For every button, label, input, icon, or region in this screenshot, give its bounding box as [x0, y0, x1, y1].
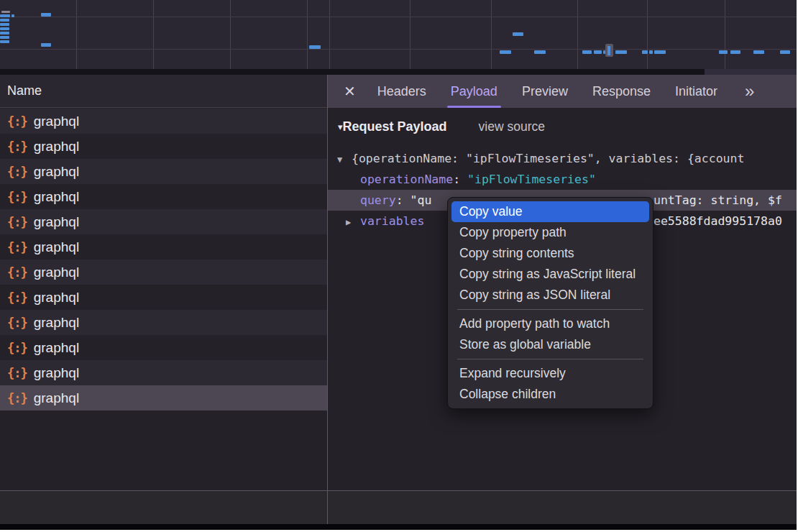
selected-request-marker-bar [607, 46, 610, 55]
request-row[interactable]: {:}graphql [0, 209, 327, 234]
context-menu: Copy valueCopy property pathCopy string … [447, 197, 653, 409]
request-timing-bar [642, 50, 648, 54]
fetch-xhr-icon: {:} [7, 265, 27, 280]
request-timing-bar [500, 50, 511, 54]
fetch-xhr-icon: {:} [7, 391, 27, 405]
request-name: graphql [34, 139, 79, 155]
timeline-lane-line [0, 49, 797, 50]
request-name: graphql [34, 265, 79, 280]
request-row[interactable]: {:}graphql [0, 159, 327, 184]
request-row[interactable]: {:}graphql [0, 385, 327, 411]
request-timing-bar [0, 32, 9, 35]
request-timing-bar [649, 50, 653, 54]
timeline-gridline [577, 0, 578, 69]
request-row[interactable]: {:}graphql [0, 360, 327, 385]
menu-item-expand-recursively[interactable]: Expand recursively [448, 363, 653, 384]
request-payload-section: ▾Request Payloadview source [338, 119, 545, 134]
more-tabs-icon[interactable]: » [745, 75, 754, 108]
fetch-xhr-icon: {:} [7, 290, 27, 305]
tab-strip: HeadersPayloadPreviewResponseInitiator [377, 75, 742, 108]
property-value-left-fragment: "qu [411, 193, 432, 207]
request-row[interactable]: {:}graphql [0, 184, 327, 209]
tab-initiator[interactable]: Initiator [675, 75, 717, 108]
menu-item-copy-string-contents[interactable]: Copy string contents [448, 243, 653, 264]
request-row[interactable]: {:}graphql [0, 134, 327, 159]
timeline-gridline [410, 0, 411, 69]
menu-divider [457, 359, 643, 359]
property-key: query [360, 193, 396, 207]
request-timing-bar [513, 32, 523, 36]
request-name: graphql [34, 340, 79, 356]
devtools-window: Name {:}graphql{:}graphql{:}graphql{:}gr… [0, 0, 798, 532]
tree-row-summary[interactable]: ▼{operationName: "ipFlowTimeseries", var… [328, 148, 797, 169]
menu-item-copy-string-as-javascript-literal[interactable]: Copy string as JavaScript literal [448, 264, 653, 285]
request-list: {:}graphql{:}graphql{:}graphql{:}graphql… [0, 109, 327, 490]
request-timing-bar [615, 50, 627, 54]
request-row[interactable]: {:}graphql [0, 310, 327, 335]
timeline-gridline [329, 0, 330, 69]
request-timing-bar [730, 50, 740, 54]
request-name: graphql [34, 214, 79, 230]
property-value-right-fragment: untTag: string, $f [653, 190, 782, 211]
fetch-xhr-icon: {:} [7, 366, 27, 380]
timeline-gridline [230, 0, 231, 69]
request-timing-bar [41, 13, 51, 17]
request-timing-bar [309, 45, 321, 49]
timeline-overview[interactable] [0, 0, 797, 69]
request-row[interactable]: {:}graphql [0, 285, 327, 310]
panel-divider[interactable] [327, 75, 328, 524]
request-timing-bar [719, 50, 728, 54]
request-name: graphql [34, 365, 79, 381]
menu-item-collapse-children[interactable]: Collapse children [448, 384, 653, 405]
request-row[interactable]: {:}graphql [0, 234, 327, 260]
request-timing-bar [0, 40, 9, 43]
fetch-xhr-icon: {:} [7, 240, 27, 254]
property-key: variables [360, 214, 424, 228]
timeline-gridline [76, 0, 77, 69]
key-separator: : [453, 173, 467, 186]
request-timing-bar [780, 50, 790, 54]
expanded-arrow-icon[interactable]: ▼ [337, 150, 352, 169]
request-timing-bar [41, 43, 51, 47]
timeline-bottom-band [0, 69, 797, 75]
timeline-gridline [647, 0, 648, 69]
menu-item-store-as-global-variable[interactable]: Store as global variable [448, 334, 653, 355]
menu-item-add-property-path-to-watch[interactable]: Add property path to watch [448, 313, 653, 334]
object-summary: {operationName: "ipFlowTimeseries", vari… [352, 152, 744, 165]
property-key: operationName [360, 173, 453, 186]
request-timing-bar [0, 23, 9, 26]
tab-response[interactable]: Response [592, 75, 651, 108]
fetch-xhr-icon: {:} [7, 316, 27, 330]
tab-payload[interactable]: Payload [451, 75, 497, 108]
request-row[interactable]: {:}graphql [0, 335, 327, 360]
request-name: graphql [34, 290, 79, 306]
menu-item-copy-value[interactable]: Copy value [451, 201, 649, 222]
fetch-xhr-icon: {:} [7, 165, 27, 179]
tab-headers[interactable]: Headers [377, 75, 426, 108]
request-timing-bar [0, 19, 9, 22]
close-icon[interactable]: ✕ [344, 83, 356, 100]
request-name: graphql [34, 164, 79, 180]
tab-preview[interactable]: Preview [522, 75, 568, 108]
tree-row-operation-name[interactable]: operationName: "ipFlowTimeseries" [328, 169, 797, 190]
request-timing-bar [582, 50, 592, 54]
name-column-header[interactable]: Name [0, 75, 327, 108]
summary-footer [0, 491, 797, 524]
active-tab-underline [447, 106, 501, 108]
request-name: graphql [34, 239, 79, 255]
view-source-link[interactable]: view source [479, 119, 545, 134]
timeline-gridline [725, 0, 725, 69]
request-timing-bar [0, 36, 9, 39]
menu-item-copy-string-as-json-literal[interactable]: Copy string as JSON literal [448, 285, 653, 306]
timeline-gridline [153, 0, 154, 69]
collapsed-arrow-icon[interactable]: ▶ [346, 212, 360, 231]
request-row[interactable]: {:}graphql [0, 260, 327, 285]
bottom-bar [0, 524, 797, 530]
fetch-xhr-icon: {:} [7, 114, 27, 129]
menu-item-copy-property-path[interactable]: Copy property path [448, 222, 653, 243]
key-separator: : [396, 193, 411, 207]
fetch-xhr-icon: {:} [7, 341, 27, 355]
request-timing-bar [12, 14, 14, 17]
property-value-right-fragment: ee5588fdad995178a0 [653, 211, 782, 231]
request-row[interactable]: {:}graphql [0, 109, 327, 134]
